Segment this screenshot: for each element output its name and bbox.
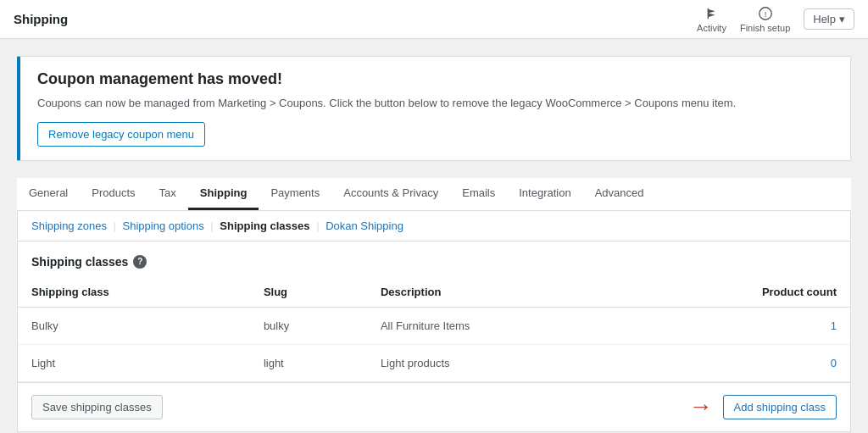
col-slug: Slug xyxy=(250,277,367,308)
add-shipping-class-button[interactable]: Add shipping class xyxy=(723,395,837,419)
row-class: Light xyxy=(18,344,250,381)
row-slug: bulky xyxy=(250,307,367,344)
count-link-2[interactable]: 0 xyxy=(831,357,837,369)
table-header: Shipping class Slug Description Product … xyxy=(18,277,850,308)
table-footer: Save shipping classes → Add shipping cla… xyxy=(18,382,850,431)
row-count: 1 xyxy=(625,307,850,344)
subnav-sep-1: | xyxy=(114,219,120,232)
notice-banner: Coupon management has moved! Coupons can… xyxy=(17,56,851,161)
tab-integration[interactable]: Integration xyxy=(507,178,582,210)
subnav-options[interactable]: Shipping options xyxy=(123,219,204,232)
subnav: Shipping zones | Shipping options | Ship… xyxy=(18,211,850,241)
topbar-actions: Activity ! Finish setup Help ▾ xyxy=(697,6,854,33)
tab-emails[interactable]: Emails xyxy=(450,178,507,210)
tab-tax[interactable]: Tax xyxy=(147,178,188,210)
help-button[interactable]: Help ▾ xyxy=(804,8,854,30)
svg-text:!: ! xyxy=(764,8,766,18)
col-description: Description xyxy=(367,277,625,308)
topbar: Shipping Activity ! Finish setup Help ▾ xyxy=(0,0,868,39)
tab-payments[interactable]: Payments xyxy=(259,178,331,210)
col-count: Product count xyxy=(625,277,850,308)
section-heading: Shipping classes ? xyxy=(18,241,850,277)
flag-icon xyxy=(704,6,720,21)
tab-advanced[interactable]: Advanced xyxy=(583,178,656,210)
col-class: Shipping class xyxy=(18,277,250,308)
subnav-dokan[interactable]: Dokan Shipping xyxy=(326,219,403,232)
finish-setup-button[interactable]: ! Finish setup xyxy=(740,6,790,33)
activity-label: Activity xyxy=(697,23,726,33)
tab-shipping[interactable]: Shipping xyxy=(188,178,259,210)
row-slug: light xyxy=(250,344,367,381)
add-action-container: → Add shipping class xyxy=(689,395,837,419)
main-content: Coupon management has moved! Coupons can… xyxy=(0,39,868,433)
subnav-classes: Shipping classes xyxy=(220,219,309,232)
tab-accounts-privacy[interactable]: Accounts & Privacy xyxy=(331,178,450,210)
tab-content: Shipping zones | Shipping options | Ship… xyxy=(17,211,851,432)
notice-body: Coupons can now be managed from Marketin… xyxy=(37,95,833,112)
arrow-right-icon: → xyxy=(689,395,713,419)
finish-setup-icon: ! xyxy=(758,6,773,21)
section-title: Shipping classes xyxy=(31,255,128,269)
settings-tabs: General Products Tax Shipping Payments A… xyxy=(17,178,851,211)
page-title: Shipping xyxy=(14,12,68,26)
subnav-zones[interactable]: Shipping zones xyxy=(31,219,107,232)
notice-heading: Coupon management has moved! xyxy=(37,70,833,88)
row-description: Light products xyxy=(367,344,625,381)
tab-products[interactable]: Products xyxy=(80,178,147,210)
subnav-sep-2: | xyxy=(210,219,216,232)
row-count: 0 xyxy=(625,344,850,381)
row-description: All Furniture Items xyxy=(367,307,625,344)
table-body: Bulky bulky All Furniture Items 1 Light … xyxy=(18,307,850,381)
help-icon[interactable]: ? xyxy=(133,255,147,269)
remove-legacy-coupon-button[interactable]: Remove legacy coupon menu xyxy=(37,122,205,147)
save-shipping-classes-button[interactable]: Save shipping classes xyxy=(31,395,163,419)
table-row: Bulky bulky All Furniture Items 1 xyxy=(18,307,850,344)
count-link-1[interactable]: 1 xyxy=(831,319,837,332)
shipping-classes-table: Shipping class Slug Description Product … xyxy=(18,277,850,382)
tab-general[interactable]: General xyxy=(17,178,80,210)
table-row: Light light Light products 0 xyxy=(18,344,850,381)
subnav-sep-3: | xyxy=(316,219,322,232)
row-class: Bulky xyxy=(18,307,250,344)
activity-button[interactable]: Activity xyxy=(697,6,726,33)
chevron-down-icon: ▾ xyxy=(839,13,845,25)
finish-setup-label: Finish setup xyxy=(740,23,790,33)
